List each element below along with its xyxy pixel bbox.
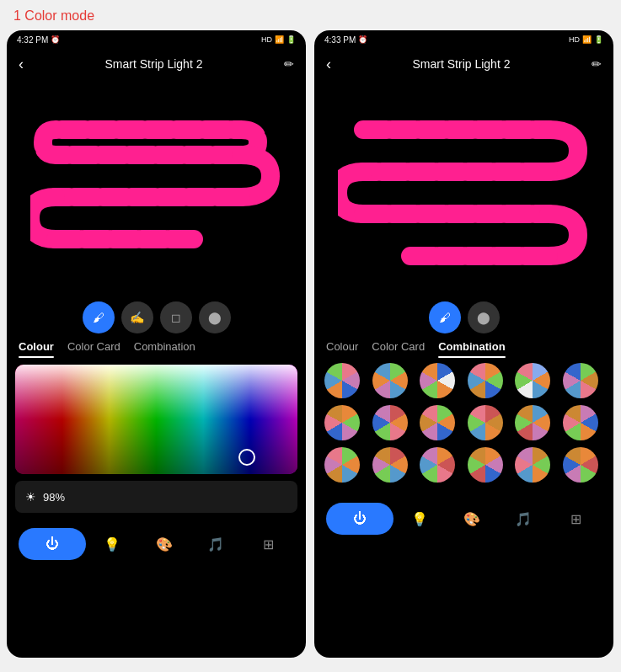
app-header-2: ‹ Smart Strip Light 2 ✏ <box>314 49 613 79</box>
nav-color-2[interactable]: 🎨 <box>446 511 498 527</box>
combo-circle-16[interactable] <box>515 447 550 483</box>
nav-scene-1[interactable]: ⊞ <box>242 536 294 552</box>
tab-combination-2[interactable]: Combination <box>438 340 505 356</box>
tool-dot-2[interactable]: ⬤ <box>468 301 500 333</box>
nav-color-1[interactable]: 🎨 <box>138 536 190 552</box>
tool-paint-2[interactable]: 🖌 <box>429 301 461 333</box>
nav-white-1[interactable]: 💡 <box>86 536 138 552</box>
tabs-1: Colour Color Card Combination <box>7 340 306 356</box>
page-title: 1 Color mode <box>0 0 621 30</box>
app-header-1: ‹ Smart Strip Light 2 ✏ <box>7 49 306 79</box>
back-button-2[interactable]: ‹ <box>326 56 331 73</box>
nav-white-2[interactable]: 💡 <box>393 511 446 527</box>
app-title-1: Smart Strip Light 2 <box>105 57 203 71</box>
back-button-1[interactable]: ‹ <box>19 56 24 73</box>
phone-2: 4:33 PM ⏰ HD📶🔋 ‹ Smart Strip Light 2 ✏ <box>314 30 613 658</box>
combo-circle-12[interactable] <box>324 447 360 483</box>
nav-music-1[interactable]: 🎵 <box>190 536 243 552</box>
nav-scene-2[interactable]: ⊞ <box>549 511 602 527</box>
combo-circle-10[interactable] <box>515 405 550 440</box>
status-bar-2: 4:33 PM ⏰ HD📶🔋 <box>314 30 613 49</box>
combo-circle-2[interactable] <box>420 363 455 398</box>
combo-circle-17[interactable] <box>563 447 598 483</box>
tool-eraser-1[interactable]: ◻ <box>160 301 192 333</box>
tab-colorcard-1[interactable]: Color Card <box>67 340 120 356</box>
combo-circle-11[interactable] <box>563 405 598 440</box>
bottom-nav-1: ⏻ 💡 🎨 🎵 ⊞ <box>7 520 306 568</box>
combo-circle-14[interactable] <box>420 447 455 483</box>
tool-pen-1[interactable]: ✍ <box>121 301 153 333</box>
edit-button-1[interactable]: ✏ <box>284 57 294 71</box>
tab-colorcard-2[interactable]: Color Card <box>372 340 425 356</box>
combo-circle-8[interactable] <box>420 405 455 440</box>
combo-circle-3[interactable] <box>468 363 503 398</box>
tool-paint-1[interactable]: 🖌 <box>83 301 115 333</box>
strip-light-1 <box>7 79 306 298</box>
tool-dot-1[interactable]: ⬤ <box>199 301 231 333</box>
bottom-nav-2: ⏻ 💡 🎨 🎵 ⊞ <box>314 494 613 543</box>
nav-music-2[interactable]: 🎵 <box>498 511 550 527</box>
phone-1: 4:32 PM ⏰ HD📶🔋 ‹ Smart Strip Light 2 ✏ <box>7 30 306 658</box>
color-picker-1[interactable] <box>15 365 297 474</box>
power-button-2[interactable]: ⏻ <box>326 503 393 535</box>
tab-combination-1[interactable]: Combination <box>134 340 195 356</box>
combo-circle-7[interactable] <box>372 405 408 440</box>
combo-circle-0[interactable] <box>324 363 360 398</box>
combo-circle-13[interactable] <box>372 447 408 483</box>
status-icons-1: HD📶🔋 <box>261 35 296 44</box>
strip-light-2 <box>314 79 613 298</box>
time-2: 4:33 PM ⏰ <box>324 35 367 45</box>
combination-grid <box>314 356 613 489</box>
combo-circle-15[interactable] <box>468 447 503 483</box>
combo-circle-6[interactable] <box>324 405 360 440</box>
status-icons-2: HD📶🔋 <box>569 35 603 44</box>
time-1: 4:32 PM ⏰ <box>17 35 60 45</box>
power-button-1[interactable]: ⏻ <box>19 528 86 560</box>
combo-circle-1[interactable] <box>372 363 408 398</box>
app-title-2: Smart Strip Light 2 <box>413 57 511 71</box>
combo-circle-9[interactable] <box>468 405 503 440</box>
combo-circle-4[interactable] <box>515 363 550 398</box>
tab-colour-2[interactable]: Colour <box>326 340 358 356</box>
brightness-value-1: 98% <box>43 491 65 504</box>
tabs-2: Colour Color Card Combination <box>314 340 613 356</box>
status-bar-1: 4:32 PM ⏰ HD📶🔋 <box>7 30 306 49</box>
brightness-bar-1[interactable]: ☀ 98% <box>15 481 297 513</box>
tab-colour-1[interactable]: Colour <box>19 340 54 356</box>
edit-button-2[interactable]: ✏ <box>592 57 602 71</box>
brightness-icon-1: ☀ <box>25 490 36 504</box>
color-cursor-1[interactable] <box>238 449 255 466</box>
combo-circle-5[interactable] <box>563 363 598 398</box>
tool-bar-2: 🖌 ⬤ <box>314 298 613 340</box>
tool-bar-1: 🖌 ✍ ◻ ⬤ <box>7 298 306 340</box>
